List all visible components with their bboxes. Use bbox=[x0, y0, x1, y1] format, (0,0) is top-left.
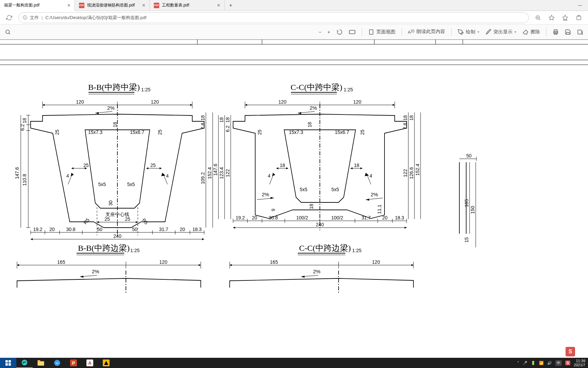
svg-text:25: 25 bbox=[157, 129, 163, 135]
draw-button[interactable]: 绘制 ▾ bbox=[458, 29, 479, 35]
svg-rect-188 bbox=[9, 360, 11, 363]
print-button[interactable] bbox=[553, 29, 559, 35]
find-button[interactable] bbox=[5, 29, 11, 35]
close-icon[interactable]: × bbox=[142, 3, 145, 8]
svg-text:105: 105 bbox=[464, 199, 469, 207]
svg-text:4: 4 bbox=[268, 173, 271, 179]
svg-text:120: 120 bbox=[159, 259, 167, 265]
taskbar-app-yellow[interactable] bbox=[98, 358, 114, 368]
svg-text:7.8: 7.8 bbox=[403, 123, 408, 129]
close-icon[interactable]: × bbox=[67, 3, 70, 8]
tray-volume-icon[interactable]: 🔊 bbox=[547, 361, 552, 365]
highlight-button[interactable]: 突出显示 ▾ bbox=[485, 29, 516, 35]
zoom-icon[interactable] bbox=[532, 12, 544, 24]
fit-width-button[interactable] bbox=[349, 30, 356, 34]
svg-text:30.8: 30.8 bbox=[268, 215, 278, 220]
svg-text:100/2: 100/2 bbox=[296, 215, 308, 220]
favorites-icon[interactable] bbox=[559, 12, 571, 24]
svg-text:240: 240 bbox=[316, 222, 324, 227]
tab-label: 现浇湿接缝钢筋构造图.pdf bbox=[87, 2, 135, 8]
address-bar: ⓘ 文件 | C:/Users/du/Desktop/满心怡/[0]/箱梁一般构… bbox=[0, 11, 588, 25]
draw-label: 绘制 bbox=[466, 29, 475, 35]
separator: | bbox=[42, 15, 43, 20]
pdf-icon: PDF bbox=[79, 3, 84, 8]
chevron-down-icon: ▾ bbox=[514, 30, 516, 34]
svg-text:240: 240 bbox=[113, 233, 121, 239]
pdf-page[interactable]: B-B(中跨中梁) 1:25 120 120 2% bbox=[0, 40, 588, 358]
taskbar-edge[interactable] bbox=[16, 358, 33, 368]
url-path: C:/Users/du/Desktop/满心怡/[0]/箱梁一般构造图.pdf bbox=[45, 15, 146, 21]
svg-text:147.6: 147.6 bbox=[213, 164, 218, 175]
refresh-button[interactable] bbox=[3, 12, 15, 24]
collections-icon[interactable] bbox=[573, 12, 585, 24]
read-aloud-button[interactable]: A))) 朗读此页内容 bbox=[408, 29, 445, 35]
svg-text:5x5: 5x5 bbox=[300, 187, 308, 192]
svg-text:15x6.7: 15x6.7 bbox=[130, 129, 144, 135]
close-icon[interactable]: × bbox=[217, 3, 220, 8]
page-view-label: 页面视图 bbox=[376, 29, 395, 35]
page-view-button[interactable]: 页面视图 bbox=[368, 29, 395, 35]
svg-text:4: 4 bbox=[66, 173, 69, 179]
svg-rect-189 bbox=[5, 363, 8, 366]
tray-chevron-up-icon[interactable]: ˄ bbox=[517, 361, 519, 365]
zoom-in-button[interactable]: + bbox=[327, 29, 330, 35]
read-aloud-label: 朗读此页内容 bbox=[416, 29, 445, 35]
tray-wifi-icon[interactable]: 📶 bbox=[539, 361, 544, 365]
svg-text:122: 122 bbox=[403, 169, 408, 177]
minimize-button[interactable]: ─ bbox=[572, 0, 588, 11]
svg-text:18: 18 bbox=[219, 117, 224, 123]
taskbar-powerpoint[interactable]: P bbox=[65, 358, 82, 368]
erase-button[interactable]: 擦除 bbox=[522, 29, 540, 35]
svg-rect-6 bbox=[349, 30, 355, 34]
favorite-add-icon[interactable] bbox=[546, 12, 557, 24]
svg-rect-11 bbox=[578, 30, 582, 34]
tab-label: 工程数量表.pdf bbox=[162, 2, 189, 8]
taskbar-app-blue[interactable]: ∞ bbox=[49, 358, 65, 368]
tab-2[interactable]: PDF 现浇湿接缝钢筋构造图.pdf × bbox=[75, 0, 150, 11]
rotate-button[interactable] bbox=[337, 29, 343, 35]
svg-text:120: 120 bbox=[76, 99, 84, 105]
svg-text:120: 120 bbox=[372, 259, 380, 265]
taskbar-autocad[interactable]: A bbox=[82, 358, 98, 368]
taskbar-explorer[interactable] bbox=[33, 358, 49, 368]
tray-ime[interactable]: 中 bbox=[555, 360, 562, 366]
tray-time[interactable]: 11:39 bbox=[574, 359, 585, 363]
svg-text:2%: 2% bbox=[371, 191, 378, 197]
tab-3[interactable]: PDF 工程数量表.pdf × bbox=[150, 0, 225, 11]
svg-text:165: 165 bbox=[57, 259, 65, 265]
svg-text:30: 30 bbox=[108, 200, 113, 206]
erase-label: 擦除 bbox=[530, 29, 540, 35]
svg-text:18: 18 bbox=[225, 117, 230, 123]
new-tab-button[interactable]: + bbox=[226, 1, 235, 10]
sogou-ime-float[interactable]: S bbox=[566, 347, 575, 356]
highlight-label: 突出显示 bbox=[493, 29, 512, 35]
svg-text:1:25: 1:25 bbox=[130, 248, 140, 253]
svg-text:11.1: 11.1 bbox=[377, 204, 382, 214]
svg-text:18: 18 bbox=[409, 115, 414, 121]
save-button[interactable] bbox=[565, 29, 571, 35]
tray-battery-icon[interactable]: 🔋 bbox=[531, 361, 536, 365]
system-tray: ˄ 🎤 🔋 📶 🔊 中 S 11:39 2021/7 bbox=[517, 359, 588, 367]
tray-date: 2021/7 bbox=[574, 363, 585, 367]
svg-text:15x7.3: 15x7.3 bbox=[289, 129, 303, 135]
svg-text:20: 20 bbox=[382, 215, 388, 220]
url-input[interactable]: ⓘ 文件 | C:/Users/du/Desktop/满心怡/[0]/箱梁一般构… bbox=[18, 12, 529, 23]
tab-1[interactable]: 箱梁一般构造图.pdf × bbox=[0, 0, 75, 11]
zoom-out-button[interactable]: − bbox=[318, 29, 321, 35]
tray-sogou[interactable]: S bbox=[565, 361, 570, 365]
section-cc-side-title: C-C(中跨边梁) bbox=[299, 244, 351, 252]
svg-text:25: 25 bbox=[360, 129, 365, 135]
save-as-button[interactable] bbox=[577, 29, 583, 35]
svg-text:126.6: 126.6 bbox=[409, 167, 414, 179]
svg-text:20: 20 bbox=[180, 227, 185, 232]
svg-text:4: 4 bbox=[166, 173, 169, 179]
section-cc-title: C-C(中跨中梁) bbox=[291, 83, 342, 92]
svg-marker-1 bbox=[549, 15, 554, 20]
svg-text:31.7: 31.7 bbox=[361, 215, 371, 220]
tray-mic-icon[interactable]: 🎤 bbox=[523, 361, 527, 365]
svg-rect-190 bbox=[9, 363, 11, 366]
svg-text:15x6.7: 15x6.7 bbox=[335, 129, 349, 135]
svg-text:120: 120 bbox=[278, 99, 287, 105]
start-button[interactable] bbox=[0, 358, 16, 368]
svg-text:R5: R5 bbox=[141, 217, 149, 226]
